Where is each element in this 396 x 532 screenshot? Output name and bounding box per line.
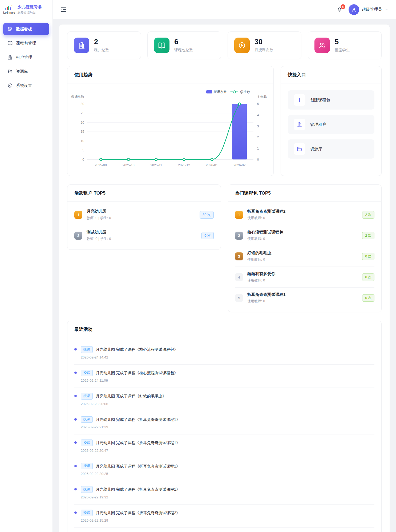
menu-fold-icon[interactable] <box>60 6 67 13</box>
activity-tag: 授课 <box>81 440 93 446</box>
svg-text:10: 10 <box>80 139 84 143</box>
svg-text:0: 0 <box>257 158 259 162</box>
course-info: 好饿的毛毛虫 使用教师: 0 <box>247 251 358 262</box>
rank-badge: 2 <box>74 232 82 240</box>
activity-time: 2026-02-22 21:39 <box>81 425 180 429</box>
sidebar-item-tenants[interactable]: 租户管理 <box>3 51 49 63</box>
svg-text:授课次数: 授课次数 <box>71 95 84 98</box>
usage-count-badge: 0 次 <box>362 273 374 281</box>
quick-entry-card: 快捷入口 创建课程包 <box>281 66 382 176</box>
stat-value: 6 <box>174 38 193 46</box>
dashboard-panel: 2 租户总数 6 课程包总数 <box>59 25 390 532</box>
activity-tag: 授课 <box>81 463 93 470</box>
active-tenants-title: 活跃租户 TOP5 <box>67 185 221 202</box>
course-row: 4 猜猜我有多爱你 使用教师: 0 0 次 <box>235 267 374 288</box>
activity-row: 授课 月亮幼儿园 完成了课程《核心流程测试课程包》 2026-02-24 11:… <box>74 365 374 388</box>
stat-card-monthly-lessons: 30 月授课次数 <box>228 31 301 59</box>
activity-dot <box>74 418 77 421</box>
rank-badge: 2 <box>235 232 243 240</box>
svg-text:4: 4 <box>257 113 259 117</box>
sidebar-item-resources[interactable]: 资源库 <box>3 65 49 78</box>
tenant-info: 测试幼儿园 教师: 0 | 学生: 0 <box>87 230 197 241</box>
stat-value: 2 <box>94 38 109 46</box>
book-icon <box>7 41 13 46</box>
quick-item-label: 管理租户 <box>310 122 326 127</box>
course-meta: 使用教师: 0 <box>247 216 358 220</box>
stat-text: 6 课程包总数 <box>174 38 193 53</box>
activity-dot <box>74 395 77 397</box>
plus-icon <box>294 94 305 106</box>
stat-text: 5 覆盖学生 <box>335 38 350 53</box>
activity-row: 授课 月亮幼儿园 完成了课程《折耳兔奇奇测试课程1》 2026-02-22 19… <box>74 481 374 505</box>
activity-row: 授课 月亮幼儿园 完成了课程《折耳兔奇奇测试课程1》 2026-02-22 20… <box>74 458 374 481</box>
sidebar-menu: 数据看板 课程包管理 租户管理 <box>0 19 52 95</box>
app-title: 少儿智慧阅读 <box>18 5 42 10</box>
tenant-meta: 教师: 0 | 学生: 0 <box>87 216 195 220</box>
svg-text:3: 3 <box>257 124 259 128</box>
user-menu[interactable]: 超级管理员 <box>349 4 389 15</box>
tenant-name: 测试幼儿园 <box>87 230 197 235</box>
activity-body: 授课 月亮幼儿园 完成了课程《折耳兔奇奇测试课程1》 2026-02-22 20… <box>81 440 180 453</box>
activity-time: 2026-02-22 20:25 <box>81 472 180 476</box>
top5-row: 活跃租户 TOP5 1 月亮幼儿园 教师: 0 | 学生: 0 30 次 <box>67 184 382 312</box>
activity-text: 月亮幼儿园 完成了课程《折耳兔奇奇测试课程1》 <box>96 440 180 445</box>
svg-text:2025-09: 2025-09 <box>95 163 107 167</box>
dashboard-icon <box>7 26 13 32</box>
activity-time: 2026-02-24 11:06 <box>81 378 178 382</box>
activity-dot <box>74 465 77 467</box>
stat-label: 覆盖学生 <box>335 48 350 53</box>
activity-text: 月亮幼儿园 完成了课程《折耳兔奇奇测试课程1》 <box>96 417 180 422</box>
svg-text:2025-11: 2025-11 <box>150 163 162 167</box>
svg-text:5: 5 <box>257 102 259 106</box>
course-meta: 使用教师: 0 <box>247 236 358 241</box>
activity-text: 月亮幼儿园 完成了课程《折耳兔奇奇测试课程2》 <box>96 510 180 515</box>
activity-row: 授课 月亮幼儿园 完成了课程《折耳兔奇奇测试课程1》 2026-02-22 20… <box>74 434 374 458</box>
stat-value: 30 <box>254 38 273 46</box>
course-info: 折耳兔奇奇测试课程1 使用教师: 0 <box>247 292 358 304</box>
svg-text:学生数: 学生数 <box>257 95 267 98</box>
course-info: 折耳兔奇奇测试课程2 使用教师: 0 <box>247 209 358 220</box>
course-row: 2 核心流程测试课程包 使用教师: 0 2 次 <box>235 225 374 246</box>
sidebar-item-settings[interactable]: 系统设置 <box>3 79 49 92</box>
stat-card-tenants: 2 租户总数 <box>67 31 141 59</box>
building-icon <box>294 119 305 130</box>
course-info: 核心流程测试课程包 使用教师: 0 <box>247 230 358 241</box>
svg-text:25: 25 <box>80 111 84 115</box>
course-name: 折耳兔奇奇测试课程2 <box>247 209 358 214</box>
chevron-down-icon <box>385 7 389 11</box>
sidebar-item-dashboard[interactable]: 数据看板 <box>3 23 49 35</box>
sidebar: LeSingle 少儿智慧阅读 服务管理后台 数据看板 <box>0 0 53 532</box>
course-info: 猜猜我有多爱你 使用教师: 0 <box>247 271 358 283</box>
notifications-bell-icon[interactable]: 5 <box>336 6 343 13</box>
svg-text:30: 30 <box>80 102 84 106</box>
activity-time: 2026-02-22 20:47 <box>81 449 180 453</box>
usage-trend-card: 使用趋势 051015202530012345授课次数学生数2025-09202… <box>67 66 274 176</box>
quick-entry-list: 创建课程包 管理租户 <box>281 83 381 166</box>
activity-dot <box>74 488 77 490</box>
activity-tag: 授课 <box>81 393 93 400</box>
folder-icon <box>7 69 13 74</box>
quick-item-create-course-package[interactable]: 创建课程包 <box>288 90 374 110</box>
svg-text:2025-12: 2025-12 <box>178 163 190 167</box>
activity-text: 月亮幼儿园 完成了课程《好饿的毛毛虫》 <box>96 394 166 399</box>
logo-bars-icon: LeSingle <box>3 5 15 14</box>
topbar-right: 5 超级管理员 <box>336 4 389 15</box>
svg-text:5: 5 <box>82 148 84 152</box>
activity-time: 2026-02-22 15:29 <box>81 518 180 522</box>
svg-text:1: 1 <box>257 147 259 150</box>
tenant-row: 2 测试幼儿园 教师: 0 | 学生: 0 0 次 <box>74 225 214 246</box>
hot-courses-title: 热门课程包 TOP5 <box>228 185 381 202</box>
rank-badge: 4 <box>235 273 243 281</box>
activity-row: 授课 月亮幼儿园 完成了课程《折耳兔奇奇测试课程2》 2026-02-22 15… <box>74 505 374 528</box>
stat-text: 2 租户总数 <box>94 38 109 53</box>
quick-item-resources[interactable]: 资源库 <box>288 139 374 159</box>
quick-item-label: 创建课程包 <box>310 98 330 103</box>
logo-wordmark: LeSingle <box>3 11 15 14</box>
course-row: 3 好饿的毛毛虫 使用教师: 0 0 次 <box>235 246 374 267</box>
trend-chart-svg: 051015202530012345授课次数学生数2025-092025-102… <box>70 87 269 174</box>
sidebar-item-course-packages[interactable]: 课程包管理 <box>3 37 49 49</box>
usage-trend-title: 使用趋势 <box>67 66 273 83</box>
quick-item-manage-tenants[interactable]: 管理租户 <box>288 115 374 134</box>
tenant-meta: 教师: 0 | 学生: 0 <box>87 236 197 241</box>
svg-text:2026-01: 2026-01 <box>206 163 218 167</box>
